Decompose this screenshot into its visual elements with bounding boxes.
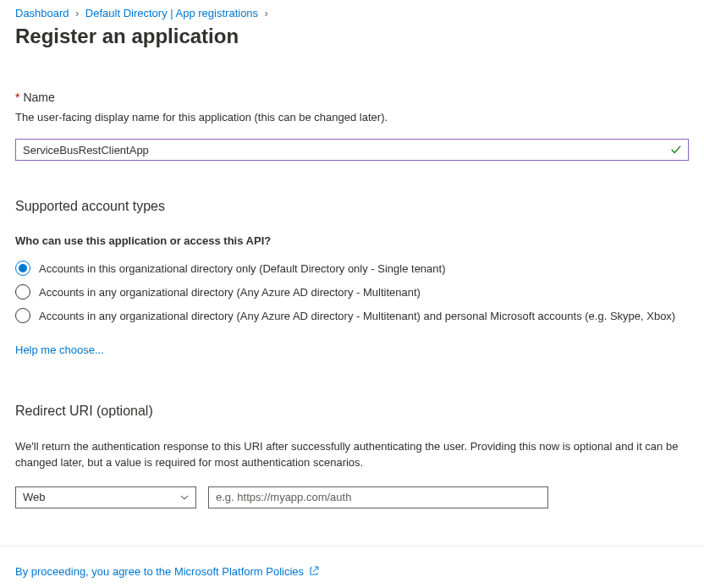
name-input[interactable] — [15, 139, 689, 161]
redirect-uri-input[interactable] — [208, 486, 548, 508]
redirect-uri-description: We'll return the authentication response… — [15, 439, 689, 471]
radio-button-icon — [15, 261, 30, 276]
breadcrumb-separator: › — [75, 8, 79, 19]
platform-policies-link[interactable]: By proceeding, you agree to the Microsof… — [15, 565, 319, 578]
redirect-uri-heading: Redirect URI (optional) — [15, 404, 689, 419]
redirect-uri-row: Web — [15, 486, 689, 508]
platform-select-wrapper: Web — [15, 486, 196, 508]
required-indicator: * — [15, 91, 19, 104]
account-types-question: Who can use this application or access t… — [15, 234, 689, 247]
help-me-choose-link[interactable]: Help me choose... — [15, 343, 104, 356]
breadcrumb-link-directory[interactable]: Default Directory | App registrations — [85, 7, 258, 19]
account-types-radio-group: Accounts in this organizational director… — [15, 261, 689, 323]
radio-button-icon — [15, 308, 30, 323]
checkmark-icon — [670, 144, 682, 156]
radio-label: Accounts in any organizational directory… — [39, 286, 421, 299]
external-link-icon — [309, 566, 319, 576]
radio-label: Accounts in any organizational directory… — [39, 310, 675, 322]
radio-option-single-tenant[interactable]: Accounts in this organizational director… — [15, 261, 689, 276]
name-description: The user-facing display name for this ap… — [15, 111, 689, 124]
name-input-wrapper — [15, 139, 689, 161]
breadcrumb-link-dashboard[interactable]: Dashboard — [15, 7, 69, 19]
radio-option-multitenant[interactable]: Accounts in any organizational directory… — [15, 284, 689, 299]
platform-select[interactable]: Web — [15, 486, 196, 508]
footer-divider — [0, 546, 704, 547]
breadcrumb-separator: › — [265, 8, 268, 19]
radio-label: Accounts in this organizational director… — [39, 262, 446, 275]
breadcrumb: Dashboard › Default Directory | App regi… — [15, 7, 689, 19]
page-title: Register an application — [15, 25, 689, 48]
radio-option-multitenant-personal[interactable]: Accounts in any organizational directory… — [15, 308, 689, 323]
account-types-heading: Supported account types — [15, 199, 689, 214]
radio-button-icon — [15, 284, 30, 299]
name-label: *Name — [15, 91, 689, 104]
